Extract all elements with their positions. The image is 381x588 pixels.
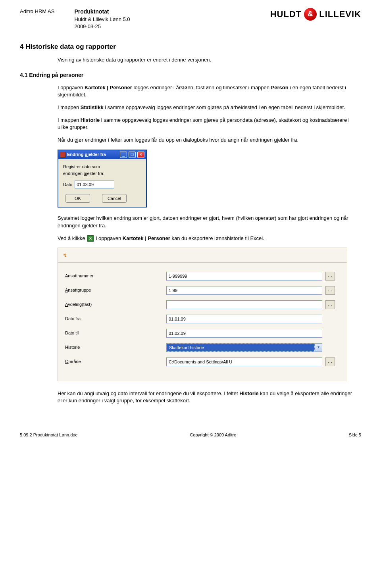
logo-text-left: HULDT <box>270 8 302 21</box>
company-name: Aditro HRM AS <box>20 8 54 30</box>
input-avdeling[interactable] <box>166 300 322 309</box>
form-tool-icon[interactable]: ↯ <box>61 252 69 259</box>
form-separator <box>58 262 347 263</box>
browse-omrade[interactable]: ... <box>325 357 335 366</box>
maximize-button[interactable]: □ <box>129 152 136 158</box>
section-4-intro: Visning av historiske data og rapporter … <box>58 56 357 63</box>
chevron-down-icon: ▾ <box>315 344 322 352</box>
paragraph-1: I oppgaven Kartotek | Personer logges en… <box>58 84 357 98</box>
browse-ansattgruppe[interactable]: ... <box>325 286 335 295</box>
input-dato-til[interactable] <box>166 329 322 338</box>
row-historie: Historie Skattekort historie ▾ <box>58 340 347 355</box>
paragraph-2: I mappen Statistikk i samme oppgavevalg … <box>58 104 357 111</box>
select-historie-value: Skattekort historie <box>167 344 315 352</box>
footer-left: 5.09.2 Produktnotat Lønn.doc <box>20 432 77 438</box>
excel-icon: X <box>87 235 94 242</box>
dialog-body: Registrer dato som endringen gjelder fra… <box>58 159 146 207</box>
paragraph-5: Systemet logger hvilken endring som er g… <box>58 215 357 229</box>
dialog-title: Endring gjelder fra <box>67 152 118 158</box>
paragraph-3: I mappen Historie i samme oppgavevalg lo… <box>58 117 357 131</box>
footer-center: Copyright © 2009 Aditro <box>190 432 236 438</box>
label-ansattnummer: Ansattnummer <box>65 273 166 279</box>
label-dato-til: Dato til <box>65 330 166 336</box>
input-ansattnummer[interactable] <box>166 272 322 281</box>
label-dato-fra: Dato fra <box>65 316 166 322</box>
row-dato-fra: Dato fra <box>58 312 347 326</box>
minimize-button[interactable]: _ <box>120 152 127 158</box>
dialog-app-icon <box>60 152 65 158</box>
dialog-titlebar: Endring gjelder fra _ □ × <box>58 150 146 159</box>
dialog-date-label: Dato <box>63 182 72 188</box>
browse-ansattnummer[interactable]: ... <box>325 272 335 281</box>
page-header: Aditro HRM AS Produktnotat Huldt & Lille… <box>20 8 361 30</box>
dialog-date-row: Dato <box>63 181 141 188</box>
label-ansattgruppe: Ansattgruppe <box>65 287 166 293</box>
dialog-button-row: OK Cancel <box>65 194 141 203</box>
brand-logo: HULDT & LILLEVIK <box>270 8 361 21</box>
product-name: Huldt & Lillevik Lønn 5.0 <box>74 16 130 23</box>
header-text-block: Aditro HRM AS Produktnotat Huldt & Lille… <box>20 8 130 30</box>
export-form-panel: ↯ Ansattnummer ... Ansattgruppe ... Avde… <box>58 248 347 381</box>
input-ansattgruppe[interactable] <box>166 286 322 295</box>
page-footer: 5.09.2 Produktnotat Lønn.doc Copyright ©… <box>20 432 361 438</box>
row-ansattgruppe: Ansattgruppe ... <box>58 283 347 298</box>
input-omrade[interactable] <box>166 357 322 366</box>
label-avdeling: Avdeling(fast) <box>65 302 166 307</box>
logo-ampersand-icon: & <box>304 8 317 21</box>
browse-avdeling[interactable]: ... <box>325 300 335 309</box>
product-title: Produktnotat <box>74 8 130 16</box>
cancel-button[interactable]: Cancel <box>102 194 127 203</box>
row-dato-til: Dato til <box>58 326 347 340</box>
dialog-date-input[interactable] <box>75 181 114 188</box>
paragraph-6: Ved å klikke X i oppgaven Kartotek | Per… <box>58 235 357 242</box>
label-omrade: Område <box>65 359 166 365</box>
close-button[interactable]: × <box>137 152 144 158</box>
section-4-1-heading: 4.1 Endring på personer <box>20 71 361 79</box>
paragraph-4: Når du gjør endringer i felter som logge… <box>58 136 357 144</box>
select-historie[interactable]: Skattekort historie ▾ <box>166 343 322 352</box>
row-omrade: Område ... <box>58 355 347 369</box>
input-dato-fra[interactable] <box>166 315 322 323</box>
ok-button[interactable]: OK <box>65 194 90 203</box>
dialog-endring-gjelder-fra: Endring gjelder fra _ □ × Registrer dato… <box>58 150 147 208</box>
product-date: 2009-03-25 <box>74 23 130 30</box>
row-ansattnummer: Ansattnummer ... <box>58 269 347 283</box>
row-avdeling: Avdeling(fast) ... <box>58 298 347 312</box>
section-4-1-body: I oppgaven Kartotek | Personer logges en… <box>58 84 357 405</box>
label-historie: Historie <box>65 344 166 350</box>
footer-right: Side 5 <box>349 432 361 438</box>
dialog-line1: Registrer dato som <box>63 164 141 170</box>
logo-text-right: LILLEVIK <box>319 8 361 21</box>
product-column: Produktnotat Huldt & Lillevik Lønn 5.0 2… <box>74 8 130 30</box>
section-4-heading: 4 Historiske data og rapporter <box>20 42 361 52</box>
paragraph-7: Her kan du angi utvalg og dato intervall… <box>58 390 357 404</box>
section-4-body: Visning av historiske data og rapporter … <box>58 56 357 63</box>
form-toolbar: ↯ <box>58 251 347 260</box>
dialog-line2: endringen gjelder fra: <box>63 171 141 177</box>
